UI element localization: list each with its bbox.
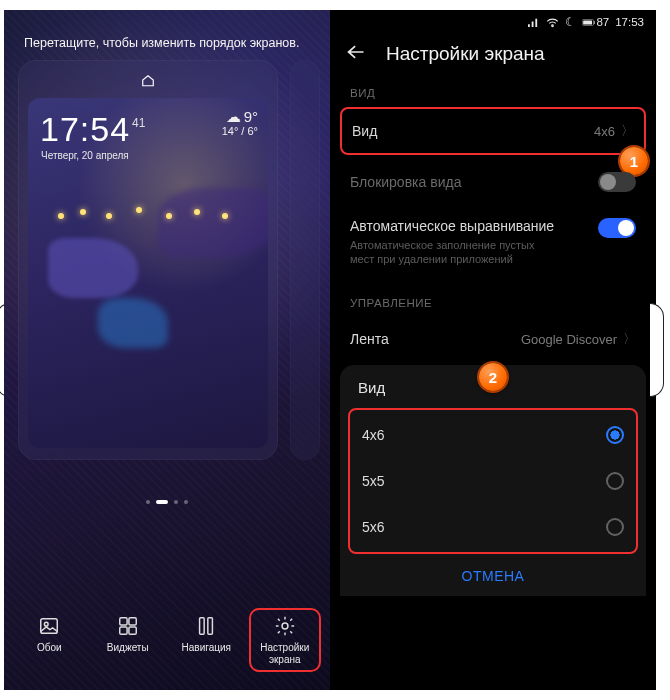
clock-date: Четверг, 20 апреля — [41, 150, 129, 161]
row-lock-view[interactable]: Блокировка вида — [330, 159, 656, 205]
titlebar: Настройки экрана — [330, 29, 656, 83]
svg-rect-4 — [120, 627, 127, 634]
reorder-hint: Перетащите, чтобы изменить порядок экран… — [4, 10, 330, 60]
svg-rect-11 — [584, 20, 593, 24]
callout-1: 1 — [620, 147, 648, 175]
wifi-icon — [546, 17, 559, 28]
gear-icon — [271, 614, 299, 638]
screen-preview-next[interactable] — [290, 60, 320, 460]
status-time: 17:53 — [615, 16, 644, 28]
wallpaper-icon — [35, 614, 63, 638]
svg-rect-6 — [200, 618, 205, 635]
left-screen: Перетащите, чтобы изменить порядок экран… — [4, 10, 330, 690]
page-indicator — [4, 500, 330, 504]
widgets-icon — [114, 614, 142, 638]
right-screen: ☾ 87 17:53 Настройки экрана ВИД Вид 4x6 … — [330, 10, 656, 690]
widgets-label: Виджеты — [107, 642, 149, 654]
section-manage-label: УПРАВЛЕНИЕ — [330, 279, 656, 317]
home-icon — [141, 74, 155, 90]
highlight-1: Вид 4x6 〉 1 — [340, 107, 646, 155]
chevron-right-icon: 〉 — [621, 122, 634, 140]
back-button[interactable] — [346, 44, 366, 64]
dnd-icon: ☾ — [565, 15, 576, 29]
row-view-value: 4x6 — [594, 124, 615, 139]
row-feed-label: Лента — [350, 331, 389, 347]
row-align-label: Автоматическое выравнивание — [350, 218, 560, 234]
option-4x6[interactable]: 4x6 — [352, 412, 634, 458]
cancel-button[interactable]: ОТМЕНА — [348, 554, 638, 590]
page-title: Настройки экрана — [386, 43, 545, 65]
toggle-lock-view[interactable] — [598, 172, 636, 192]
option-5x6[interactable]: 5x6 — [352, 504, 634, 550]
radio-icon — [606, 472, 624, 490]
navigation-label: Навигация — [182, 642, 231, 654]
section-view-label: ВИД — [330, 83, 656, 107]
svg-rect-5 — [129, 627, 136, 634]
option-4x6-label: 4x6 — [362, 427, 385, 443]
widgets-button[interactable]: Виджеты — [92, 608, 164, 672]
radio-icon — [606, 518, 624, 536]
row-view-label: Вид — [352, 123, 377, 139]
svg-rect-0 — [41, 619, 58, 634]
launcher-actions: Обои Виджеты Навигация — [4, 596, 330, 690]
battery-icon: 87 — [582, 16, 609, 28]
navigation-icon — [192, 614, 220, 638]
svg-rect-3 — [129, 618, 136, 625]
screen-preview-main[interactable]: 17:54 41 ☁ 9° 14° / 6° Четверг, 20 апрел… — [18, 60, 278, 460]
svg-rect-10 — [594, 21, 595, 24]
toggle-auto-align[interactable] — [598, 218, 636, 238]
callout-2: 2 — [479, 363, 507, 391]
svg-point-1 — [45, 622, 49, 626]
weather-widget: ☁ 9° 14° / 6° — [222, 110, 258, 138]
chevron-right-icon: 〉 — [623, 330, 636, 348]
wallpaper-label: Обои — [37, 642, 62, 654]
navigation-button[interactable]: Навигация — [170, 608, 242, 672]
row-lock-label: Блокировка вида — [350, 174, 461, 190]
svg-rect-7 — [208, 618, 213, 635]
option-5x6-label: 5x6 — [362, 519, 385, 535]
row-feed[interactable]: Лента Google Discover 〉 — [330, 317, 656, 361]
row-view[interactable]: Вид 4x6 〉 — [342, 109, 644, 153]
screen-settings-label: Настройки экрана — [260, 642, 309, 666]
signal-icon — [527, 17, 540, 28]
view-picker-sheet: Вид 2 4x6 5x5 5x6 ОТМЕНА — [340, 365, 646, 596]
screen-previews[interactable]: 17:54 41 ☁ 9° 14° / 6° Четверг, 20 апрел… — [4, 60, 330, 460]
clock-seconds: 41 — [132, 116, 145, 130]
row-auto-align[interactable]: Автоматическое выравнивание Автоматическ… — [330, 205, 656, 279]
svg-rect-2 — [120, 618, 127, 625]
row-feed-value: Google Discover — [521, 332, 617, 347]
highlight-2: 4x6 5x5 5x6 — [348, 408, 638, 554]
radio-icon — [606, 426, 624, 444]
option-5x5-label: 5x5 — [362, 473, 385, 489]
svg-point-8 — [282, 623, 288, 629]
wallpaper-preview: 17:54 41 ☁ 9° 14° / 6° Четверг, 20 апрел… — [28, 98, 268, 448]
wallpaper-button[interactable]: Обои — [13, 608, 85, 672]
screen-settings-button[interactable]: Настройки экрана — [249, 608, 321, 672]
clock-time: 17:54 — [40, 110, 130, 149]
option-5x5[interactable]: 5x5 — [352, 458, 634, 504]
status-bar: ☾ 87 17:53 — [330, 10, 656, 29]
row-align-desc: Автоматическое заполнение пустых мест пр… — [350, 238, 560, 266]
